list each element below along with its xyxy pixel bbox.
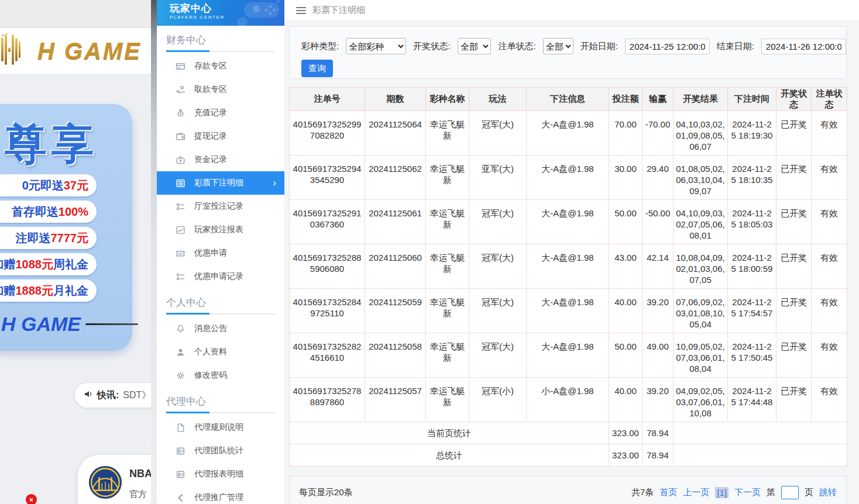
table-cell: 10,08,04,09,02,01,03,06,07,05 (674, 244, 728, 289)
sidebar-item-change-password[interactable]: 修改密码› (157, 364, 284, 387)
first-page-link[interactable]: 首页 (659, 487, 677, 498)
table-cell: 2024-11-25 17:50:45 (728, 333, 776, 378)
sidebar-item-agent-report-details[interactable]: 代理报表明细› (157, 462, 284, 486)
end-date-input[interactable] (761, 39, 846, 54)
table-cell: 2024-11-25 18:10:35 (728, 156, 776, 200)
lottery-type-select[interactable]: 全部彩种 (346, 38, 406, 54)
table-header-cell: 注单状态 (812, 88, 847, 111)
team-icon (176, 470, 185, 479)
promo-pill: 注 即送7777元 (0, 227, 97, 249)
promo-pill-segment: 即送 (35, 204, 59, 220)
sidebar-item-label: 代理报表明细 (194, 469, 243, 479)
draw-status-select[interactable]: 全部 (458, 38, 492, 54)
sidebar-item-agent-team-stats[interactable]: 代理团队统计› (157, 439, 284, 462)
sidebar-item-messages[interactable]: 消息公告› (157, 317, 284, 340)
table-cell: 大-A盘@1.98 (527, 111, 609, 156)
share-icon (176, 493, 185, 503)
summary-empty (674, 444, 847, 467)
prev-page-link[interactable]: 上一页 (683, 487, 709, 498)
hand-icon (176, 85, 185, 95)
purse-icon (176, 155, 185, 165)
table-cell: 40.00 (609, 378, 642, 422)
table-cell: 有效 (812, 289, 847, 333)
table-cell: 20241125057 (365, 378, 426, 422)
sidebar: 玩家中心 PLAYERS CENTER 财务中心存款专区›取款专区›充值记录›提… (157, 0, 284, 504)
sidebar-item-promo-apply[interactable]: 优惠申请› (157, 241, 284, 265)
table-cell: 大-A盘@1.98 (527, 200, 609, 244)
table-cell: 70.00 (609, 111, 642, 156)
table-row: 40156917325299708282020241125064幸运飞艇新冠军(… (290, 111, 847, 156)
sidebar-item-recharge-records[interactable]: 充值记录› (157, 101, 284, 125)
chart-icon (176, 225, 185, 235)
sidebar-item-agent-promotion[interactable]: 代理推广管理› (157, 486, 284, 504)
order-status-select[interactable]: 全部 (543, 38, 573, 54)
table-cell: 50.00 (609, 200, 642, 244)
promo-banner: 尊享 0元 即送37元首存 即送100%注 即送7777元加赠1088元周礼金加… (0, 104, 132, 351)
promo-pill-segment: 1088元 (16, 257, 54, 272)
logo-text: H GAME (37, 38, 142, 64)
table-cell: 2024-11-25 17:44:48 (728, 378, 776, 422)
summary-row: 总统计323.0078.94 (290, 444, 847, 467)
next-page-link[interactable]: 下一页 (734, 487, 761, 498)
table-header-cell: 玩法 (469, 88, 527, 111)
table-cell: 幸运飞艇新 (426, 111, 469, 156)
warriors-logo-icon (87, 464, 123, 500)
order-status-label: 注单状态: (498, 41, 535, 52)
promo-pill-segment: 0元 (22, 178, 40, 194)
pagination-bar: 每页显示20条 共7条 首页 上一页 [1] 下一页 第 页 跳转 (289, 476, 847, 504)
nba-promo-card[interactable]: NBA 官方 (78, 455, 151, 504)
table-cell: 49.00 (642, 333, 674, 378)
table-header-cell: 开奖状态 (776, 88, 812, 111)
table-cell: 39.20 (642, 289, 674, 333)
table-header-cell: 彩种名称 (426, 88, 469, 111)
main-area: 彩票下注明细 彩种类型: 全部彩种 开奖状态: 全部 注单状态: 全部 开始日期… (284, 0, 859, 504)
page-jump-input[interactable] (781, 486, 799, 499)
sidebar-item-hall-bet-records[interactable]: 厅室投注记录› (157, 195, 284, 218)
table-cell: 20241125059 (365, 289, 426, 333)
table-cell: 有效 (812, 200, 847, 244)
sidebar-item-promo-apply-records[interactable]: 优惠申请记录› (157, 265, 284, 288)
page-size-text: 每页显示20条 (299, 487, 353, 498)
sidebar-item-label: 厅室投注记录 (194, 201, 243, 212)
sidebar-item-withdraw-records[interactable]: 提现记录› (157, 125, 284, 148)
sidebar-item-profile[interactable]: 个人资料› (157, 340, 284, 364)
table-cell: 43.00 (609, 244, 642, 289)
sidebar-item-agent-rules[interactable]: 代理规则说明› (157, 416, 284, 439)
bell-icon (176, 324, 185, 334)
promo-pill: 0元 即送37元 (0, 174, 97, 196)
current-page[interactable]: [1] (715, 487, 729, 498)
sidebar-item-label: 提现记录 (194, 131, 227, 141)
promo-pill: 加赠1088元周礼金 (0, 253, 97, 275)
table-row: 40156917325278889786020241125057幸运飞艇新冠军(… (290, 378, 847, 422)
banner-brand-text: H GAME (1, 313, 81, 336)
table-cell: 冠军(大) (469, 289, 527, 333)
summary-bet-total: 323.00 (609, 422, 642, 444)
summary-bet-total: 323.00 (609, 444, 642, 467)
hamburger-icon[interactable] (296, 7, 306, 14)
sidebar-shadow (151, 0, 157, 504)
section-underline (166, 51, 275, 52)
sidebar-item-fund-records[interactable]: 资金记录› (157, 148, 284, 171)
table-cell: 401569173252885906080 (290, 244, 365, 289)
gear-icon (176, 371, 185, 381)
table-cell: 幸运飞艇新 (426, 244, 469, 289)
sidebar-item-player-bet-report[interactable]: 玩家投注报表› (157, 218, 284, 241)
sidebar-item-label: 修改密码 (194, 370, 227, 381)
section-underline (166, 412, 275, 413)
sidebar-item-lottery-bet-details[interactable]: 彩票下注明细› (157, 171, 284, 195)
promo-pill-segment: 7777元 (51, 230, 89, 246)
sidebar-item-deposit-area[interactable]: 存款专区› (157, 54, 284, 78)
start-date-input[interactable] (625, 39, 710, 54)
sidebar-item-withdraw-area[interactable]: 取款专区› (157, 78, 284, 101)
jump-button[interactable]: 跳转 (819, 487, 837, 498)
news-ticker: 快讯: SDT》笔 (75, 383, 151, 408)
table-header-cell: 下注信息 (527, 88, 609, 111)
search-button[interactable]: 查询 (301, 60, 333, 77)
section-label: 财务中心 (157, 26, 284, 51)
nba-card-subtitle: 官方 (129, 489, 147, 500)
table-cell: 20241125058 (365, 333, 426, 378)
close-icon[interactable]: × (26, 494, 37, 504)
table-cell: 2024-11-25 17:54:57 (728, 289, 776, 333)
sidebar-item-label: 代理规则说明 (194, 422, 243, 433)
promo-pill-segment: 注 (16, 230, 28, 246)
